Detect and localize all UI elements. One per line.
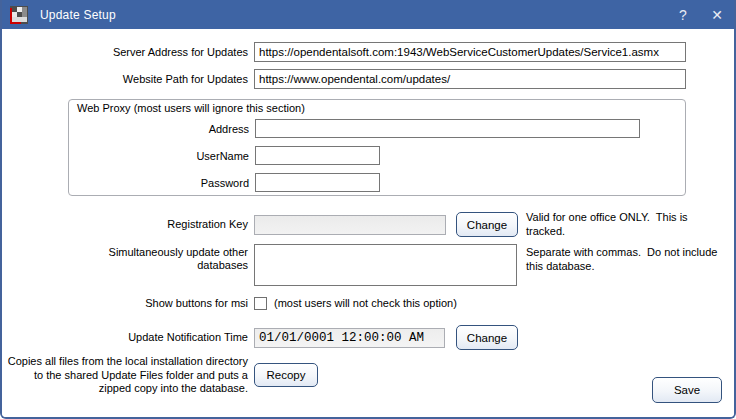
registration-key-label: Registration Key [2, 218, 248, 231]
proxy-password-row: Password [69, 173, 685, 192]
simultaneous-update-note: Separate with commas. Do not include thi… [526, 244, 726, 273]
website-path-input[interactable] [254, 69, 686, 89]
msi-label: Show buttons for msi [2, 297, 248, 310]
simultaneous-update-row: Simultaneously update other databases Se… [2, 244, 734, 286]
server-address-row: Server Address for Updates [2, 42, 734, 62]
help-button[interactable]: ? [666, 0, 700, 29]
dialog-body: Server Address for Updates Website Path … [2, 29, 734, 417]
titlebar[interactable]: Update Setup ? ✕ [2, 0, 734, 29]
website-path-label: Website Path for Updates [2, 73, 248, 86]
msi-row: Show buttons for msi (most users will no… [2, 297, 734, 311]
simultaneous-update-label: Simultaneously update other databases [2, 244, 248, 272]
save-button[interactable]: Save [652, 377, 722, 403]
update-setup-dialog: Update Setup ? ✕ Server Address for Upda… [0, 0, 736, 419]
notification-time-label: Update Notification Time [2, 331, 248, 344]
registration-change-button[interactable]: Change [456, 212, 518, 237]
registration-note: Valid for one office ONLY. This is track… [526, 211, 726, 238]
msi-note: (most users will not check this option) [274, 297, 457, 311]
web-proxy-groupbox: Web Proxy (most users will ignore this s… [68, 99, 686, 196]
registration-key-row: Registration Key Change Valid for one of… [2, 211, 734, 238]
recopy-button[interactable]: Recopy [254, 363, 318, 387]
proxy-address-input[interactable] [255, 119, 640, 138]
close-button[interactable]: ✕ [700, 0, 734, 29]
notification-time-input [254, 328, 445, 348]
server-address-label: Server Address for Updates [2, 46, 248, 59]
proxy-password-input[interactable] [255, 173, 380, 192]
proxy-username-label: UserName [69, 150, 249, 162]
server-address-input[interactable] [254, 42, 686, 62]
msi-checkbox[interactable] [254, 297, 267, 310]
simultaneous-update-textarea[interactable] [254, 244, 517, 286]
recopy-row: Copies all files from the local installa… [2, 355, 422, 396]
proxy-username-input[interactable] [255, 146, 380, 165]
proxy-password-label: Password [69, 177, 249, 189]
registration-key-input [254, 215, 446, 235]
proxy-address-label: Address [69, 123, 249, 135]
proxy-address-row: Address [69, 119, 685, 138]
window-title: Update Setup [40, 8, 116, 22]
proxy-username-row: UserName [69, 146, 685, 165]
website-path-row: Website Path for Updates [2, 69, 734, 89]
notification-change-button[interactable]: Change [456, 325, 518, 350]
app-icon [10, 6, 28, 24]
recopy-note: Copies all files from the local installa… [2, 355, 248, 396]
web-proxy-title: Web Proxy (most users will ignore this s… [77, 102, 305, 114]
notification-time-row: Update Notification Time Change [2, 325, 734, 350]
